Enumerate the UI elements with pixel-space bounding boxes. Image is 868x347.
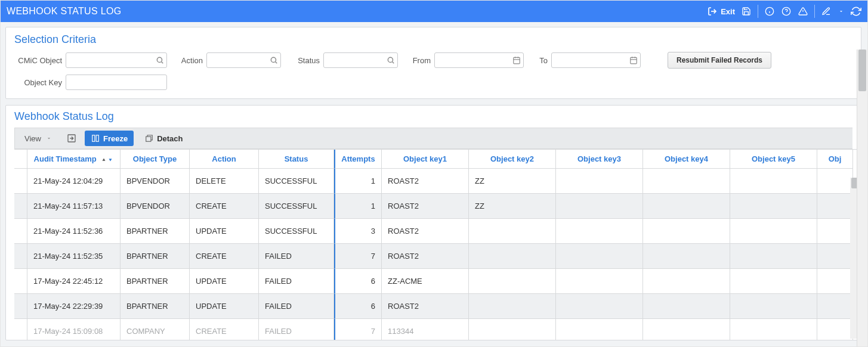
status-input[interactable] [323, 52, 398, 68]
resubmit-failed-records-button[interactable]: Resubmit Failed Records [668, 52, 771, 69]
save-icon[interactable] [741, 6, 752, 17]
from-date-input[interactable] [434, 52, 524, 68]
title-bar: WEBHOOK STATUS LOG Exit [1, 1, 867, 22]
cell-attempts: 7 [334, 319, 382, 340]
cell-key1: ZZ-ACME [382, 269, 469, 294]
col-key2[interactable]: Object key2 [469, 150, 556, 169]
detach-label: Detach [157, 134, 183, 143]
table-row[interactable]: 21-May-24 11:52:35BPARTNERCREATEFAILED7R… [14, 244, 853, 269]
table-row[interactable]: 21-May-24 11:52:36BPARTNERUPDATESUCCESSF… [14, 219, 853, 244]
cell-action: CREATE [190, 244, 259, 269]
col-key1[interactable]: Object key1 [382, 150, 469, 169]
cell-action: UPDATE [190, 269, 259, 294]
object-key-input[interactable] [66, 75, 167, 90]
cell-key3 [556, 194, 643, 219]
col-object-type[interactable]: Object Type [121, 150, 190, 169]
freeze-button[interactable]: Freeze [85, 131, 134, 146]
row-selector[interactable] [14, 294, 27, 319]
col-key4[interactable]: Object key4 [643, 150, 730, 169]
exit-button[interactable]: Exit [707, 6, 735, 17]
grid-scroll[interactable]: Audit Timestamp Object Type Action Statu… [14, 150, 861, 340]
content-area: Selection Criteria CMiC Object Action [1, 22, 867, 346]
cell-audit-timestamp: 21-May-24 11:52:35 [27, 244, 121, 269]
cell-key2 [469, 294, 556, 319]
object-key-label: Object Key [14, 78, 62, 87]
title-bar-actions: Exit [707, 5, 861, 18]
selection-criteria-panel: Selection Criteria CMiC Object Action [5, 27, 861, 99]
cell-object-type: BPARTNER [121, 244, 190, 269]
cell-key6 [817, 169, 853, 194]
cell-audit-timestamp: 21-May-24 11:57:13 [27, 194, 121, 219]
col-attempts[interactable]: Attempts [334, 150, 382, 169]
cell-action: CREATE [190, 194, 259, 219]
cell-status: FAILED [259, 294, 334, 319]
col-key6[interactable]: Obj [817, 150, 853, 169]
refresh-icon[interactable] [851, 6, 861, 17]
cell-action: UPDATE [190, 219, 259, 244]
action-input[interactable] [206, 52, 281, 68]
cell-key5 [730, 194, 817, 219]
log-table: Audit Timestamp Object Type Action Statu… [14, 150, 853, 340]
table-row[interactable]: 17-May-24 15:09:08COMPANYCREATEFAILED711… [14, 319, 853, 340]
info-icon[interactable] [764, 6, 775, 17]
to-date-input[interactable] [551, 52, 641, 68]
row-selector[interactable] [14, 169, 27, 194]
scrollbar-thumb[interactable] [858, 49, 866, 91]
cell-key2 [469, 219, 556, 244]
cell-key6 [817, 294, 853, 319]
help-icon[interactable] [781, 6, 792, 17]
from-label: From [410, 56, 431, 65]
log-title: Webhook Status Log [14, 110, 861, 123]
cell-key1: ROAST2 [382, 169, 469, 194]
cell-key3 [556, 319, 643, 340]
grid-container: Audit Timestamp Object Type Action Statu… [14, 149, 861, 340]
warning-icon[interactable] [798, 6, 808, 17]
view-menu-button[interactable]: View [20, 131, 58, 146]
cell-key4 [643, 269, 730, 294]
row-selector[interactable] [14, 244, 27, 269]
cell-key2: ZZ [469, 194, 556, 219]
cell-key6 [817, 194, 853, 219]
row-selector[interactable] [14, 269, 27, 294]
row-selector[interactable] [14, 219, 27, 244]
detach-button[interactable]: Detach [140, 131, 187, 146]
cell-status: SUCCESSFUL [259, 169, 334, 194]
cell-attempts: 1 [334, 169, 382, 194]
page-vertical-scrollbar[interactable] [857, 49, 867, 346]
row-selector[interactable] [14, 319, 27, 340]
cell-object-type: BPVENDOR [121, 194, 190, 219]
col-key3[interactable]: Object key3 [556, 150, 643, 169]
svg-rect-25 [146, 137, 151, 141]
cell-object-type: BPARTNER [121, 294, 190, 319]
edit-icon[interactable] [821, 6, 832, 17]
caret-down-icon[interactable] [838, 6, 845, 17]
selection-criteria-title: Selection Criteria [14, 33, 852, 46]
cell-attempts: 3 [334, 219, 382, 244]
cell-key3 [556, 169, 643, 194]
table-row[interactable]: 17-May-24 22:45:12BPARTNERUPDATEFAILED6Z… [14, 269, 853, 294]
svg-rect-24 [96, 135, 98, 142]
row-selector[interactable] [14, 194, 27, 219]
col-status[interactable]: Status [259, 150, 334, 169]
cell-key1: ROAST2 [382, 244, 469, 269]
export-button[interactable] [64, 131, 79, 146]
table-row[interactable]: 17-May-24 22:29:39BPARTNERUPDATEFAILED6R… [14, 294, 853, 319]
log-panel: Webhook Status Log View [5, 105, 861, 340]
col-action[interactable]: Action [190, 150, 259, 169]
table-row[interactable]: 21-May-24 12:04:29BPVENDORDELETESUCCESSF… [14, 169, 853, 194]
cell-key2: ZZ [469, 169, 556, 194]
detach-icon [144, 134, 154, 143]
status-label: Status [293, 56, 320, 65]
grid-toolbar: View Freeze [14, 128, 852, 149]
cell-object-type: COMPANY [121, 319, 190, 340]
cell-key4 [643, 244, 730, 269]
table-row[interactable]: 21-May-24 11:57:13BPVENDORCREATESUCCESSF… [14, 194, 853, 219]
svg-rect-23 [92, 135, 95, 142]
separator [758, 5, 758, 18]
cmic-object-input[interactable] [66, 52, 167, 68]
cell-key4 [643, 169, 730, 194]
to-label: To [536, 56, 548, 65]
col-audit-timestamp[interactable]: Audit Timestamp [27, 150, 121, 169]
cell-key4 [643, 194, 730, 219]
col-key5[interactable]: Object key5 [730, 150, 817, 169]
